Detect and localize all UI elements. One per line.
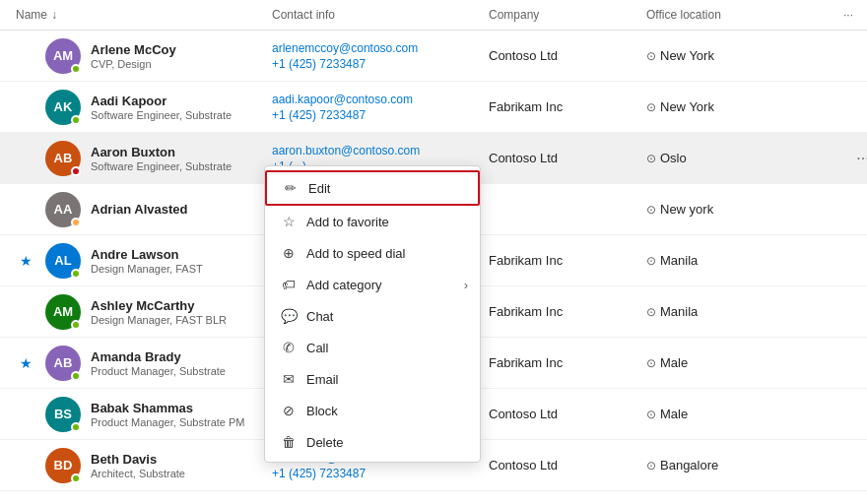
email-icon: ✉ <box>281 371 297 387</box>
company: Fabrikam Inc <box>489 304 646 319</box>
person-info: Beth Davis Architect, Substrate <box>91 452 185 479</box>
person-name: Adrian Alvasted <box>91 202 188 217</box>
menu-item-call[interactable]: ✆ Call <box>265 332 480 363</box>
menu-item-label: Chat <box>306 309 333 324</box>
location: ⊙ Male <box>646 355 843 370</box>
location: ⊙ Male <box>646 407 843 421</box>
person-name: Arlene McCoy <box>91 42 176 57</box>
menu-item-block[interactable]: ⊘ Block <box>265 395 480 426</box>
person-title: Product Manager, Substrate PM <box>91 416 245 428</box>
speed_dial-icon: ⊕ <box>281 245 297 261</box>
menu-item-label: Block <box>306 404 338 418</box>
person-name: Aaron Buxton <box>91 145 232 159</box>
avatar: AM <box>45 294 81 330</box>
submenu-chevron: › <box>464 278 468 292</box>
status-dot <box>71 422 81 432</box>
email: aaron.buxton@contoso.com <box>272 144 489 158</box>
person-cell: AM Arlene McCoy CVP, Design <box>16 38 272 74</box>
person-info: Babak Shammas Product Manager, Substrate… <box>91 401 245 428</box>
menu-item-label: Add category <box>306 278 382 292</box>
person-cell: BD Beth Davis Architect, Substrate <box>16 448 272 483</box>
menu-item-email[interactable]: ✉ Email <box>265 363 480 395</box>
menu-item-favorite[interactable]: ☆ Add to favorite <box>265 206 480 237</box>
edit-icon: ✏ <box>283 180 299 196</box>
location-icon: ⊙ <box>646 100 656 114</box>
table-row[interactable]: AM Arlene McCoy CVP, Design arlenemccoy@… <box>0 31 867 82</box>
person-title: Design Manager, FAST <box>91 263 203 275</box>
contact-info: arlenemccoy@contoso.com +1 (425) 7233487 <box>272 41 489 71</box>
menu-item-label: Delete <box>306 435 344 450</box>
location-icon: ⊙ <box>646 459 656 472</box>
menu-item-delete[interactable]: 🗑 Delete <box>265 426 480 458</box>
column-name[interactable]: Name ↓ <box>16 8 272 22</box>
company: Contoso Ltd <box>489 48 646 63</box>
location-icon: ⊙ <box>646 49 656 63</box>
location-icon: ⊙ <box>646 408 656 421</box>
company: Fabrikam Inc <box>489 253 646 268</box>
person-title: Software Engineer, Substrate <box>91 109 232 121</box>
location: ⊙ New York <box>646 99 843 114</box>
avatar: AM <box>45 38 81 74</box>
person-title: Architect, Substrate <box>91 468 185 479</box>
email: arlenemccoy@contoso.com <box>272 41 489 55</box>
avatar: BS <box>45 397 81 432</box>
status-dot <box>71 166 81 176</box>
person-title: Product Manager, Substrate <box>91 365 226 377</box>
location-icon: ⊙ <box>646 152 656 165</box>
company: Contoso Ltd <box>489 407 646 421</box>
menu-item-speed_dial[interactable]: ⊕ Add to speed dial <box>265 237 480 269</box>
phone: +1 (425) 7233487 <box>272 108 489 122</box>
call-icon: ✆ <box>281 340 297 355</box>
column-contact: Contact info <box>272 8 489 22</box>
status-dot <box>71 64 81 74</box>
table-row[interactable]: AK Aadi Kapoor Software Engineer, Substr… <box>0 82 867 133</box>
person-cell: AK Aadi Kapoor Software Engineer, Substr… <box>16 90 272 125</box>
person-info: Ashley McCarthy Design Manager, FAST BLR <box>91 298 227 326</box>
avatar: AL <box>45 243 81 279</box>
menu-item-edit[interactable]: ✏ Edit <box>265 170 480 206</box>
location: ⊙ Bangalore <box>646 458 843 472</box>
column-more: ··· <box>843 8 867 22</box>
avatar: BD <box>45 448 81 483</box>
avatar: AB <box>45 346 81 381</box>
column-company: Company <box>489 8 646 22</box>
company: Contoso Ltd <box>489 458 646 472</box>
table-header: Name ↓ Contact info Company Office locat… <box>0 0 867 31</box>
context-menu: ✏ Edit ☆ Add to favorite ⊕ Add to speed … <box>264 165 481 463</box>
person-cell: AM Ashley McCarthy Design Manager, FAST … <box>16 294 272 330</box>
status-dot <box>71 473 81 483</box>
block-icon: ⊘ <box>281 403 297 418</box>
status-dot <box>71 115 81 125</box>
menu-item-category[interactable]: 🏷 Add category › <box>265 269 480 300</box>
person-title: Software Engineer, Substrate <box>91 160 232 172</box>
menu-item-label: Add to speed dial <box>306 246 405 261</box>
delete-icon: 🗑 <box>281 434 297 450</box>
person-cell: AA Adrian Alvasted <box>16 192 272 227</box>
person-cell: BS Babak Shammas Product Manager, Substr… <box>16 397 272 432</box>
location: ⊙ Manila <box>646 304 843 319</box>
person-info: Amanda Brady Product Manager, Substrate <box>91 349 226 377</box>
category-icon: 🏷 <box>281 277 297 292</box>
status-dot <box>71 218 81 227</box>
menu-item-label: Edit <box>308 181 330 196</box>
location-icon: ⊙ <box>646 254 656 268</box>
location-icon: ⊙ <box>646 305 656 319</box>
more-options[interactable]: ··· <box>843 150 867 167</box>
person-info: Aadi Kapoor Software Engineer, Substrate <box>91 94 232 121</box>
person-cell: AB Aaron Buxton Software Engineer, Subst… <box>16 141 272 176</box>
menu-item-label: Add to favorite <box>306 215 389 229</box>
avatar: AB <box>45 141 81 176</box>
phone: +1 (425) 7233487 <box>272 467 489 480</box>
status-dot <box>71 320 81 330</box>
phone: +1 (425) 7233487 <box>272 57 489 71</box>
person-name: Babak Shammas <box>91 401 245 415</box>
avatar: AA <box>45 192 81 227</box>
person-title: Design Manager, FAST BLR <box>91 314 227 326</box>
col-name-label: Name <box>16 8 47 22</box>
contact-info: aadi.kapoor@contoso.com +1 (425) 7233487 <box>272 93 489 122</box>
menu-item-chat[interactable]: 💬 Chat <box>265 300 480 332</box>
company: Contoso Ltd <box>489 151 646 165</box>
sort-icon: ↓ <box>51 8 57 22</box>
person-info: Adrian Alvasted <box>91 202 188 218</box>
company: Fabrikam Inc <box>489 99 646 114</box>
